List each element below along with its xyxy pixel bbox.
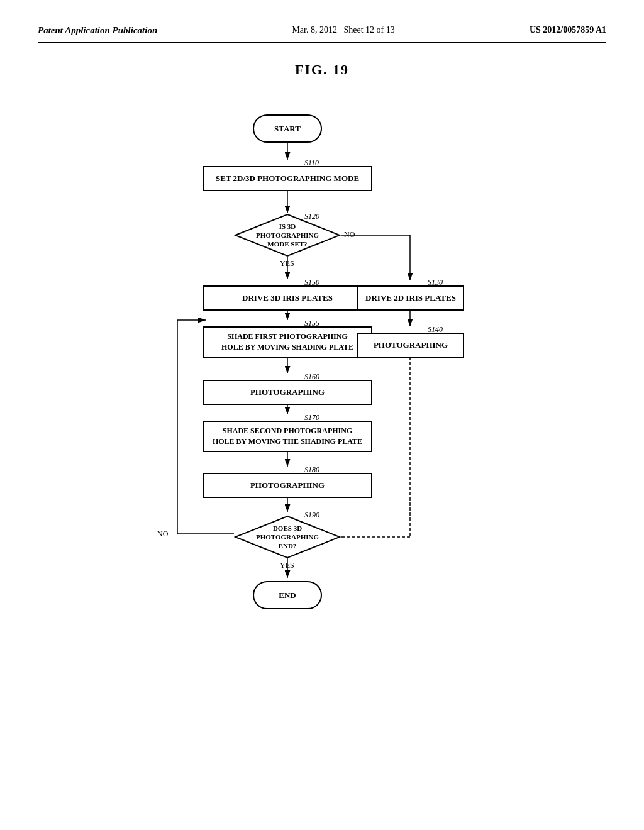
header: Patent Application Publication Mar. 8, 2… <box>38 25 606 43</box>
s150-node: DRIVE 3D IRIS PLATES <box>203 285 372 311</box>
flowchart-arrows <box>102 103 542 719</box>
s170-node: SHADE SECOND PHOTOGRAPHING HOLE BY MOVIN… <box>203 421 372 452</box>
flowchart: START S110 SET 2D/3D PHOTOGRAPHING MODE … <box>102 103 542 719</box>
header-patent-number: US 2012/0057859 A1 <box>530 25 606 35</box>
s110-node: SET 2D/3D PHOTOGRAPHING MODE <box>203 166 372 191</box>
start-node: START <box>253 114 322 143</box>
header-publication: Patent Application Publication <box>38 25 157 36</box>
page: Patent Application Publication Mar. 8, 2… <box>0 0 644 830</box>
s155-node: SHADE FIRST PHOTOGRAPHING HOLE BY MOVING… <box>203 326 372 358</box>
s190-no-label: NO <box>157 529 168 539</box>
s120-diamond-wrapper: IS 3DPHOTOGRAPHINGMODE SET? <box>234 213 341 257</box>
s190-yes-label: YES <box>280 561 294 570</box>
end-node: END <box>253 581 322 609</box>
s140-node: PHOTOGRAPHING <box>357 333 464 358</box>
figure-title: FIG. 19 <box>38 62 606 78</box>
s130-node: DRIVE 2D IRIS PLATES <box>357 285 464 311</box>
s190-diamond-wrapper: DOES 3DPHOTOGRAPHINGEND? <box>234 515 341 559</box>
s160-node: PHOTOGRAPHING <box>203 380 372 405</box>
s120-yes-label: YES <box>280 259 294 268</box>
s180-node: PHOTOGRAPHING <box>203 473 372 498</box>
header-date-sheet: Mar. 8, 2012 Sheet 12 of 13 <box>292 25 394 35</box>
s120-no-label: NO <box>344 230 355 240</box>
